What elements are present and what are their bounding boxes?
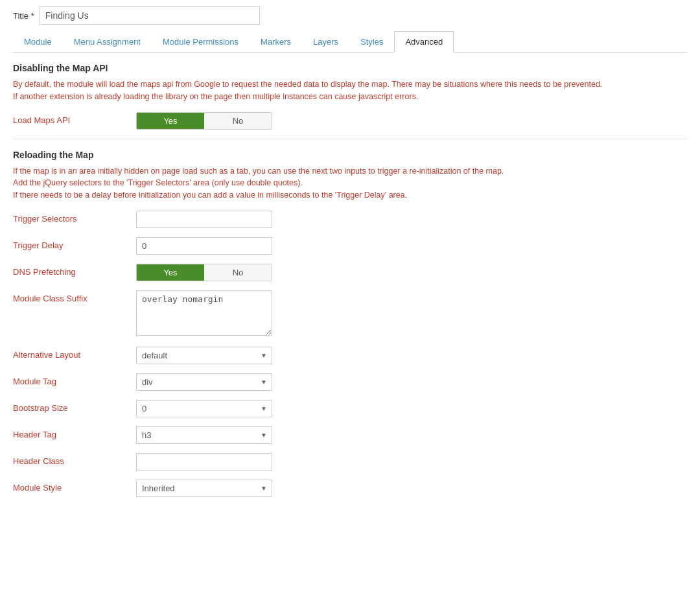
load-maps-api-no[interactable]: No: [204, 113, 272, 129]
reloading-desc: If the map is in an area initially hidde…: [13, 165, 687, 202]
tab-bar: Module Menu Assignment Module Permission…: [13, 31, 687, 52]
dns-prefetching-label: DNS Prefetching: [13, 264, 136, 277]
tab-menu-assignment[interactable]: Menu Assignment: [63, 31, 152, 52]
dns-prefetching-no[interactable]: No: [204, 264, 272, 281]
tab-advanced[interactable]: Advanced: [394, 31, 454, 52]
title-label: Title *: [13, 11, 34, 21]
header-class-label: Header Class: [13, 453, 136, 466]
disabling-section-title: Disabling the Map API: [13, 63, 687, 73]
module-tag-label: Module Tag: [13, 373, 136, 386]
tab-styles[interactable]: Styles: [349, 31, 394, 52]
load-maps-api-yes[interactable]: Yes: [137, 113, 204, 129]
module-style-select-wrap: Inherited xhtml html5 outline rounded no…: [136, 480, 272, 497]
disabling-desc: By default, the module will load the map…: [13, 78, 687, 103]
reloading-desc-line1: If the map is in an area initially hidde…: [13, 167, 504, 176]
alternative-layout-select[interactable]: default: [136, 347, 272, 364]
trigger-delay-input[interactable]: [136, 237, 272, 255]
tab-markers[interactable]: Markers: [250, 31, 302, 52]
dns-prefetching-yes[interactable]: Yes: [137, 264, 204, 281]
reloading-desc-line2: Add the jQuery selectors to the 'Trigger…: [13, 178, 303, 187]
dns-prefetching-toggle: Yes No: [136, 264, 272, 281]
tab-layers[interactable]: Layers: [302, 31, 349, 52]
trigger-delay-label: Trigger Delay: [13, 237, 136, 250]
reloading-section-title: Reloading the Map: [13, 150, 687, 160]
disabling-desc-line1: By default, the module will load the map…: [13, 80, 602, 89]
tab-module[interactable]: Module: [13, 31, 63, 52]
bootstrap-size-select[interactable]: 0 1234 5678 9101112: [136, 400, 272, 417]
module-style-select[interactable]: Inherited xhtml html5 outline rounded no…: [136, 480, 272, 497]
alternative-layout-label: Alternative Layout: [13, 347, 136, 360]
header-tag-select-wrap: h1h2h3 h4h5h6: [136, 426, 272, 444]
reloading-desc-line3: If there needs to be a delay before init…: [13, 191, 407, 200]
header-tag-select[interactable]: h1h2h3 h4h5h6: [136, 426, 272, 444]
header-class-input[interactable]: [136, 453, 272, 471]
title-input[interactable]: [40, 6, 260, 25]
module-tag-select[interactable]: div span section article aside header fo…: [136, 373, 272, 391]
module-class-suffix-label: Module Class Suffix: [13, 290, 136, 303]
alternative-layout-select-wrap: default: [136, 347, 272, 364]
trigger-selectors-label: Trigger Selectors: [13, 211, 136, 224]
load-maps-api-label: Load Maps API: [13, 112, 136, 125]
load-maps-api-toggle: Yes No: [136, 112, 272, 130]
module-tag-select-wrap: div span section article aside header fo…: [136, 373, 272, 391]
disabling-desc-line2: If another extension is already loading …: [13, 92, 418, 101]
trigger-selectors-input[interactable]: [136, 211, 272, 228]
bootstrap-size-label: Bootstrap Size: [13, 400, 136, 413]
module-style-label: Module Style: [13, 480, 136, 493]
module-class-suffix-textarea[interactable]: overlay nomargin: [136, 290, 272, 336]
header-tag-label: Header Tag: [13, 426, 136, 439]
bootstrap-size-select-wrap: 0 1234 5678 9101112: [136, 400, 272, 417]
tab-module-permissions[interactable]: Module Permissions: [152, 31, 250, 52]
